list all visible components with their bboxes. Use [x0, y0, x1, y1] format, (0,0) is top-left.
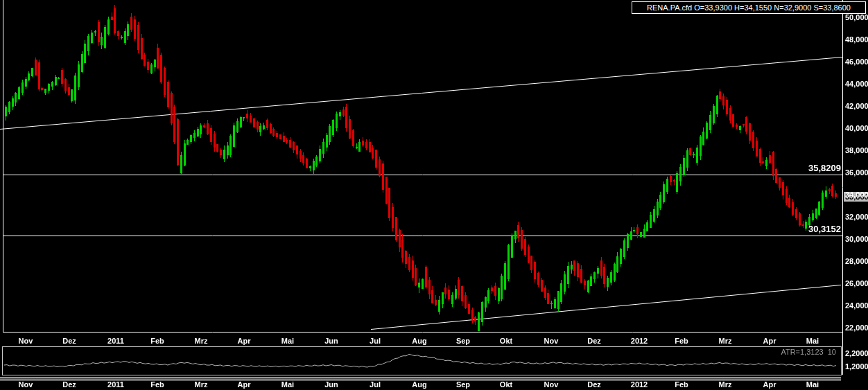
time-axis-label: Feb — [675, 380, 688, 389]
price-axis-label: 40,0000 — [845, 124, 868, 132]
price-axis-label: 32,0000 — [845, 213, 868, 221]
atr-axis-label-low: 1,2000 — [845, 362, 868, 371]
time-axis-label: Apr — [763, 380, 776, 389]
time-axis-label: Aug — [412, 337, 426, 345]
time-axis-label: Jul — [370, 380, 381, 389]
time-axis-label: Nov — [19, 337, 33, 345]
time-axis-label: Jun — [324, 380, 338, 389]
candlestick-chart-canvas[interactable] — [0, 0, 868, 390]
atr-indicator-legend: ATR=1,3123 10 — [781, 348, 836, 356]
time-axis-label: Nov — [544, 380, 559, 389]
time-axis-label: Feb — [150, 380, 164, 389]
time-axis-label: 2011 — [107, 337, 124, 345]
resistance-level-label: 35,8209 — [808, 163, 841, 173]
atr-axis-label-high: 2,2000 — [845, 349, 868, 357]
time-axis-label: Dez — [587, 337, 601, 345]
time-axis-label: Sep — [456, 337, 470, 345]
support-level-label: 30,3152 — [808, 224, 841, 234]
time-axis-label: Mai — [806, 337, 819, 345]
price-axis-label: 48,0000 — [845, 35, 868, 44]
time-axis-label: 2011 — [107, 380, 124, 389]
time-axis-label: Feb — [675, 337, 688, 345]
price-axis-label: 26,0000 — [845, 279, 868, 287]
price-axis-label: 44,0000 — [845, 80, 868, 88]
time-axis-label: Okt — [500, 380, 512, 389]
time-axis-label: Feb — [150, 337, 164, 345]
time-axis-label: 2012 — [631, 337, 648, 345]
trading-chart-window: RENA.PA.cfd O=33,9300 H=34,1550 N=32,900… — [0, 0, 868, 390]
price-axis-label: 36,0000 — [845, 168, 868, 177]
time-axis-label: Jul — [370, 337, 381, 345]
price-axis-label: 38,0000 — [845, 146, 868, 154]
price-axis-label: 46,0000 — [845, 57, 868, 66]
time-axis-label: Dez — [62, 380, 76, 389]
time-axis-label: Mrz — [195, 380, 208, 389]
time-axis-label: 2012 — [631, 380, 648, 389]
price-axis-label: 50,0000 — [845, 13, 868, 21]
time-axis-label: Dez — [587, 380, 601, 389]
time-axis-label: Apr — [238, 380, 251, 389]
time-axis-label: Mrz — [719, 337, 732, 345]
price-axis-label: 42,0000 — [845, 102, 868, 110]
price-axis-label: 22,0000 — [845, 323, 868, 332]
time-axis-label: Okt — [500, 337, 512, 345]
time-axis-label: Apr — [763, 337, 776, 345]
time-axis-label: Dez — [62, 337, 76, 345]
time-axis-label: Jun — [324, 337, 338, 345]
time-axis-label: Nov — [544, 337, 559, 345]
time-axis-label: Mrz — [719, 380, 732, 389]
time-axis-label: Aug — [412, 380, 426, 389]
time-axis-label: Mrz — [195, 337, 208, 345]
time-axis-label: Mai — [281, 337, 294, 345]
time-axis-label: Nov — [19, 380, 33, 389]
instrument-ohlc-legend: RENA.PA.cfd O=33,9300 H=34,1550 N=32,900… — [632, 1, 866, 14]
time-axis-label: Apr — [238, 337, 251, 345]
price-axis-label: 30,0000 — [845, 235, 868, 243]
time-axis-label: Mai — [806, 380, 819, 389]
price-axis-label: 28,0000 — [845, 257, 868, 265]
price-axis-label: 34,0000 — [845, 190, 868, 199]
time-axis-label: Mai — [281, 380, 294, 389]
price-axis-label: 24,0000 — [845, 301, 868, 310]
time-axis-label: Sep — [456, 380, 470, 389]
